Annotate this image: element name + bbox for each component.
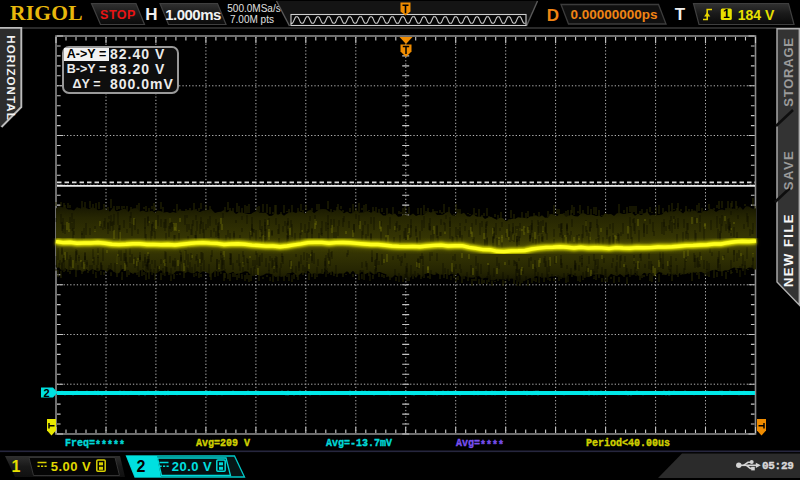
svg-text:1: 1 (12, 458, 21, 475)
svg-text:2: 2 (137, 458, 146, 475)
svg-text:184 V: 184 V (738, 7, 775, 23)
svg-text:T: T (675, 5, 686, 24)
svg-text:1: 1 (723, 7, 730, 21)
svg-text:5.00 V: 5.00 V (51, 459, 92, 474)
svg-text:7.00M pts: 7.00M pts (230, 14, 274, 25)
svg-text:2: 2 (43, 387, 49, 399)
svg-text:D: D (547, 6, 559, 25)
svg-text:RIGOL: RIGOL (10, 1, 83, 25)
svg-text:1.000ms: 1.000ms (165, 6, 221, 23)
svg-text:H: H (145, 5, 157, 24)
svg-text:0.00000000ps: 0.00000000ps (570, 7, 657, 22)
svg-text:500.0MSa/s: 500.0MSa/s (227, 3, 280, 14)
svg-text:20.0 V: 20.0 V (172, 459, 213, 474)
svg-text:STOP: STOP (100, 8, 136, 22)
